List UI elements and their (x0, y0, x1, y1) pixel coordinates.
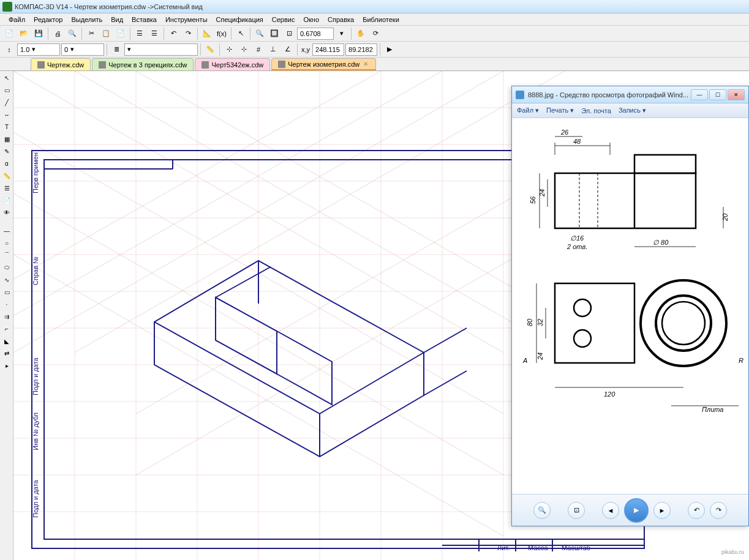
tool-spec[interactable]: ☰ (1, 182, 12, 193)
viewer-rotate-ccw-button[interactable]: ↶ (688, 502, 705, 519)
tab-isometry[interactable]: Чертеж изометрия.cdw ✕ (271, 58, 376, 70)
draw-spline[interactable]: ∿ (1, 274, 12, 285)
tool-arrow[interactable]: ↖ (1, 72, 12, 83)
tool-param[interactable]: α (1, 158, 12, 169)
menu-editor[interactable]: Редактор (30, 15, 66, 24)
draw-rect2[interactable]: ▭ (1, 286, 12, 297)
fx-button[interactable]: f(x) (215, 27, 228, 40)
draw-line[interactable]: — (1, 225, 12, 236)
cursor-button[interactable]: ↖ (234, 27, 247, 40)
variables-button[interactable]: 📐 (200, 27, 214, 40)
menu-select[interactable]: Выделить (67, 15, 106, 24)
tool-line[interactable]: ╱ (1, 97, 12, 108)
menu-insert[interactable]: Вставка (128, 15, 160, 24)
coord-y-input[interactable] (345, 43, 377, 56)
viewer-slideshow-button[interactable]: ▶ (624, 498, 649, 523)
draw-point[interactable]: · (1, 299, 12, 310)
zoom-dropdown[interactable]: ▾ (335, 27, 348, 40)
viewer-next-button[interactable]: ► (653, 502, 671, 519)
zoom-input[interactable] (297, 28, 334, 40)
snap-button[interactable]: ↕ (2, 43, 16, 56)
viewer-menu-email[interactable]: Эл. почта (581, 107, 611, 114)
draw-trans[interactable]: ⇄ (1, 348, 12, 359)
zoom-fit-button[interactable]: ⊡ (282, 27, 296, 40)
menu-file[interactable]: Файл (5, 15, 29, 24)
viewer-menu-print[interactable]: Печать ▾ (546, 106, 574, 114)
menu-spec[interactable]: Спецификация (213, 15, 267, 24)
tool-dim[interactable]: ↔ (1, 109, 12, 120)
menu-service[interactable]: Сервис (268, 15, 299, 24)
tool-report[interactable]: 📄 (1, 195, 12, 206)
tool-rect[interactable]: ▭ (1, 84, 12, 95)
draw-circle[interactable]: ○ (1, 237, 12, 248)
document-tabs: Чертеж.cdw Чертеж в 3 прекциях.cdw Черт5… (0, 58, 749, 71)
viewer-prev-button[interactable]: ◄ (602, 502, 619, 519)
menu-window[interactable]: Окно (299, 15, 323, 24)
snap-angle-button[interactable]: ∠ (281, 43, 295, 56)
preview-button[interactable]: 🔍 (66, 27, 79, 40)
tab-chert5342[interactable]: Черт5342еж.cdw (195, 58, 270, 70)
zoom-area-button[interactable]: 🔲 (268, 27, 281, 40)
tool-text[interactable]: T (1, 121, 12, 132)
close-icon[interactable]: ✕ (362, 61, 369, 68)
tool-edit[interactable]: ✎ (1, 146, 12, 157)
tab-chertezh[interactable]: Чертеж.cdw (31, 58, 91, 70)
tool-view[interactable]: 👁 (1, 207, 12, 218)
draw-arc[interactable]: ⌒ (1, 250, 12, 261)
menu-view[interactable]: Вид (107, 15, 127, 24)
draw-last[interactable]: ▸ (1, 360, 12, 371)
properties-button[interactable]: ☰ (133, 27, 146, 40)
draw-fillet[interactable]: ⌐ (1, 323, 12, 334)
close-button[interactable]: ✕ (728, 89, 745, 100)
svg-point-59 (641, 280, 726, 366)
svg-point-58 (574, 330, 591, 347)
linestyle-dropdown[interactable]: 0▾ (61, 43, 104, 56)
run-button[interactable]: ▶ (383, 43, 396, 56)
viewer-toolbar: 🔍 ⊡ ◄ ▶ ► ↶ ↷ (512, 494, 748, 526)
viewer-menu-file[interactable]: Файл ▾ (517, 106, 539, 114)
lineweight-dropdown[interactable]: 1.0▾ (17, 43, 60, 56)
print-button[interactable]: 🖨 (51, 27, 64, 40)
refresh-button[interactable]: ⟳ (369, 27, 382, 40)
svg-text:24: 24 (536, 353, 544, 360)
copy-button[interactable]: 📋 (99, 27, 113, 40)
grid-button[interactable]: # (252, 43, 265, 56)
tool-measure[interactable]: 📏 (1, 170, 12, 181)
draw-ellipse[interactable]: ⬭ (1, 262, 12, 273)
photo-viewer-window[interactable]: 8888.jpg - Средство просмотра фотографий… (511, 86, 749, 526)
snap1-button[interactable]: ⊹ (222, 43, 236, 56)
svg-text:∅16: ∅16 (570, 234, 584, 242)
layer-select[interactable]: ▾ (124, 43, 198, 56)
zoom-in-button[interactable]: 🔍 (253, 27, 266, 40)
tab-label: Чертеж в 3 прекциях.cdw (108, 61, 187, 69)
paste-button[interactable]: 📄 (114, 27, 127, 40)
viewer-fit-button[interactable]: ⊡ (568, 502, 585, 519)
open-button[interactable]: 📂 (17, 27, 31, 40)
viewer-title: 8888.jpg - Средство просмотра фотографий… (528, 91, 690, 99)
new-button[interactable]: 📄 (2, 27, 16, 40)
pan-button[interactable]: ✋ (354, 27, 367, 40)
minimize-button[interactable]: — (691, 89, 708, 100)
viewer-titlebar[interactable]: 8888.jpg - Средство просмотра фотографий… (512, 86, 748, 103)
menu-libraries[interactable]: Библиотеки (359, 15, 403, 24)
maximize-button[interactable]: ☐ (709, 89, 726, 100)
menu-tools[interactable]: Инструменты (162, 15, 211, 24)
options-button[interactable]: ☰ (148, 27, 161, 40)
menu-help[interactable]: Справка (324, 15, 358, 24)
tab-3proj[interactable]: Чертеж в 3 прекциях.cdw (92, 58, 194, 70)
viewer-rotate-cw-button[interactable]: ↷ (710, 502, 727, 519)
parametric-button[interactable]: 📏 (203, 43, 217, 56)
layers-button[interactable]: ≣ (110, 43, 123, 56)
cut-button[interactable]: ✂ (85, 27, 98, 40)
draw-offset[interactable]: ⇉ (1, 311, 12, 322)
save-button[interactable]: 💾 (32, 27, 45, 40)
redo-button[interactable]: ↷ (181, 27, 195, 40)
draw-chamfer[interactable]: ◣ (1, 335, 12, 346)
snap2-button[interactable]: ⊹ (237, 43, 250, 56)
coord-x-input[interactable] (312, 43, 344, 56)
tool-hatch[interactable]: ▦ (1, 133, 12, 144)
viewer-menu-burn[interactable]: Запись ▾ (619, 106, 646, 114)
undo-button[interactable]: ↶ (167, 27, 180, 40)
ortho-button[interactable]: ⊥ (266, 43, 280, 56)
viewer-zoom-in-button[interactable]: 🔍 (533, 502, 551, 519)
